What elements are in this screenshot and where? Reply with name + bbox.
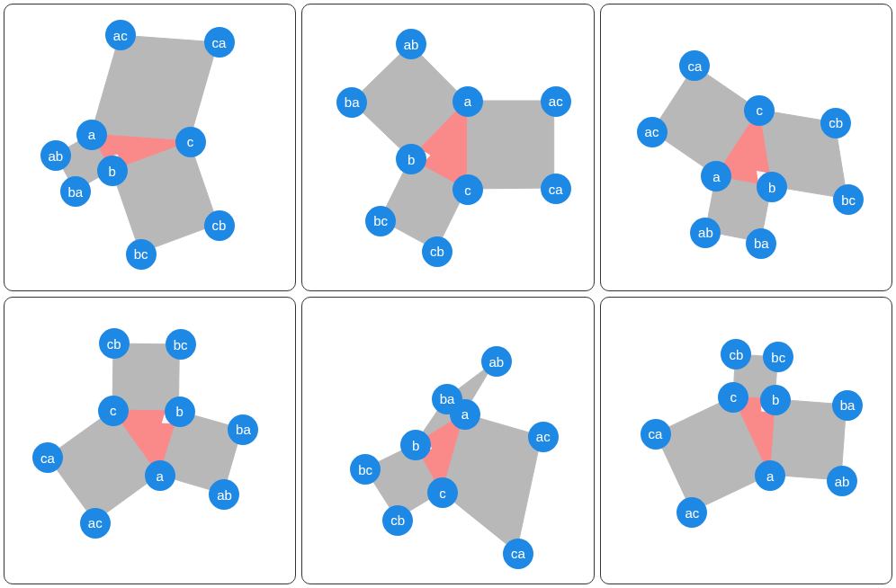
svg-marker-7 bbox=[467, 101, 554, 189]
vertex-c: c bbox=[744, 95, 775, 126]
vertex-label: ac bbox=[88, 516, 103, 530]
vertex-label: b bbox=[412, 439, 419, 452]
vertex-label: bc bbox=[174, 338, 188, 352]
vertex-ba: ba bbox=[336, 87, 367, 118]
vertex-c: c bbox=[718, 382, 748, 413]
svg-marker-2 bbox=[91, 35, 218, 141]
vertex-label: b bbox=[772, 393, 779, 406]
vertex-label: ca bbox=[688, 59, 703, 73]
vertex-label: bc bbox=[358, 463, 372, 477]
vertex-label: bc bbox=[373, 214, 388, 227]
vertex-b: b bbox=[400, 430, 431, 460]
vertex-label: ba bbox=[840, 398, 856, 412]
panel-1: abcabbabccbacca bbox=[301, 4, 594, 291]
vertex-label: ca bbox=[212, 36, 227, 49]
vertex-label: c bbox=[730, 390, 738, 404]
vertex-label: ba bbox=[236, 423, 251, 436]
vertex-ac: ac bbox=[637, 117, 668, 147]
vertex-ca: ca bbox=[32, 442, 63, 473]
vertex-label: a bbox=[766, 469, 774, 483]
vertex-label: a bbox=[156, 469, 163, 483]
vertex-label: cb bbox=[212, 218, 227, 232]
vertex-ac: ac bbox=[528, 422, 559, 452]
vertex-bc: bc bbox=[166, 329, 196, 360]
vertex-label: ab bbox=[49, 149, 64, 163]
vertex-c: c bbox=[175, 127, 206, 157]
vertex-label: bc bbox=[771, 351, 785, 364]
vertex-label: ca bbox=[649, 427, 663, 441]
vertex-label: c bbox=[110, 404, 117, 417]
vertex-label: a bbox=[461, 407, 469, 421]
panel-4: abcabbabccbacca bbox=[301, 297, 594, 584]
vertex-label: bc bbox=[134, 247, 148, 261]
vertex-b: b bbox=[396, 144, 426, 174]
vertex-label: ac bbox=[685, 506, 700, 520]
vertex-a: a bbox=[76, 120, 107, 150]
vertex-bc: bc bbox=[365, 206, 396, 236]
panel-2: abcabbaaccacbbc bbox=[600, 4, 892, 291]
diagram-grid: abcabbaaccabccbabcabbabccbaccaabcabbaacc… bbox=[0, 0, 896, 588]
vertex-cb: cb bbox=[382, 505, 413, 536]
vertex-ac: ac bbox=[105, 20, 136, 50]
vertex-ab: ab bbox=[690, 218, 721, 248]
vertex-label: cb bbox=[390, 513, 405, 527]
vertex-ba: ba bbox=[832, 390, 863, 421]
vertex-label: ba bbox=[440, 392, 455, 405]
vertex-label: b bbox=[109, 165, 116, 178]
vertex-label: ab bbox=[404, 38, 419, 51]
vertex-label: cb bbox=[107, 337, 121, 351]
vertex-ca: ca bbox=[204, 27, 235, 58]
panel-5: abcabbacbbccaac bbox=[600, 297, 892, 584]
vertex-cb: cb bbox=[820, 108, 851, 138]
vertex-label: b bbox=[768, 181, 775, 194]
vertex-bc: bc bbox=[126, 239, 157, 270]
vertex-b: b bbox=[165, 396, 195, 427]
vertex-label: cb bbox=[430, 245, 444, 258]
vertex-c: c bbox=[98, 396, 129, 426]
vertex-label: b bbox=[175, 405, 183, 418]
vertex-ac: ac bbox=[80, 508, 111, 539]
vertex-ab: ab bbox=[40, 140, 71, 171]
vertex-label: ac bbox=[536, 430, 551, 443]
vertex-b: b bbox=[760, 385, 791, 415]
vertex-label: ab bbox=[835, 475, 850, 488]
panel-3: abcabbacbbccaac bbox=[4, 297, 296, 584]
vertex-label: ca bbox=[549, 183, 563, 196]
vertex-a: a bbox=[145, 460, 175, 491]
vertex-ba: ba bbox=[746, 228, 776, 259]
vertex-ba: ba bbox=[432, 384, 462, 414]
vertex-c: c bbox=[452, 174, 483, 205]
vertex-cb: cb bbox=[204, 210, 235, 241]
vertex-label: ba bbox=[345, 95, 360, 109]
vertex-label: bc bbox=[841, 193, 856, 207]
vertex-a: a bbox=[452, 86, 483, 117]
vertex-label: a bbox=[464, 94, 471, 108]
vertex-cb: cb bbox=[99, 328, 130, 359]
vertex-label: ab bbox=[698, 226, 713, 239]
vertex-label: ba bbox=[754, 236, 769, 250]
vertex-label: c bbox=[757, 103, 764, 117]
vertex-label: ac bbox=[645, 125, 659, 138]
vertex-label: a bbox=[88, 128, 95, 141]
vertex-ac: ac bbox=[541, 86, 571, 117]
vertex-ca: ca bbox=[541, 174, 571, 204]
panel-0: abcabbaaccabccb bbox=[4, 4, 296, 291]
vertex-label: ab bbox=[217, 488, 232, 502]
vertex-ca: ca bbox=[641, 419, 671, 450]
vertex-label: ac bbox=[549, 94, 563, 108]
vertex-label: ca bbox=[40, 451, 55, 465]
vertex-label: ba bbox=[67, 185, 83, 199]
vertex-label: c bbox=[464, 183, 471, 197]
vertex-label: a bbox=[712, 170, 720, 183]
vertex-label: c bbox=[187, 135, 194, 148]
vertex-label: ac bbox=[113, 29, 128, 42]
vertex-label: ab bbox=[489, 355, 505, 369]
vertex-ba: ba bbox=[60, 176, 91, 207]
vertex-label: cb bbox=[729, 348, 743, 361]
vertex-label: ca bbox=[511, 547, 525, 560]
vertex-label: c bbox=[439, 486, 446, 500]
vertex-b: b bbox=[97, 156, 128, 186]
vertex-label: b bbox=[408, 153, 415, 166]
vertex-cb: cb bbox=[422, 236, 452, 267]
vertex-label: cb bbox=[829, 116, 843, 129]
